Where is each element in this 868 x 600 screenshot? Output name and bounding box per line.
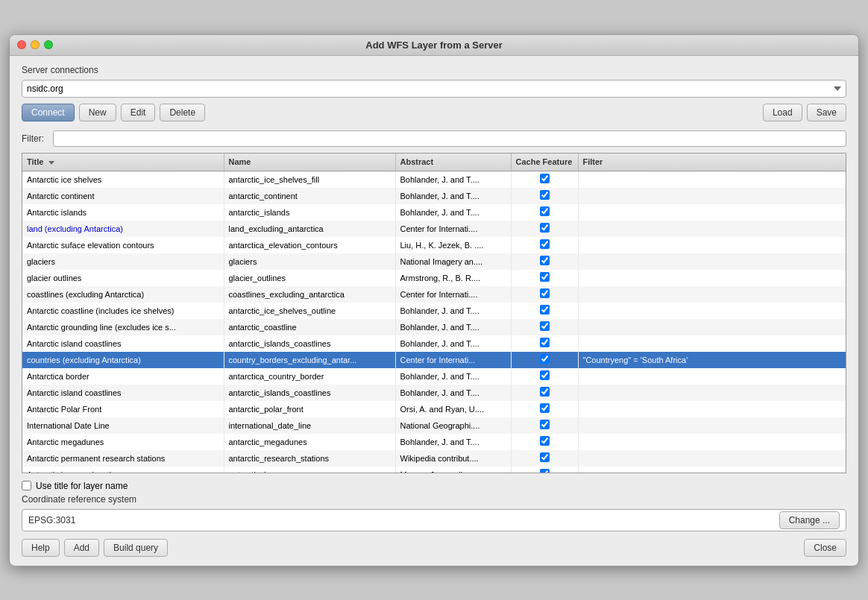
use-title-checkbox[interactable] [22,481,31,490]
cell-cache[interactable] [511,204,578,221]
cell-cache[interactable] [511,253,578,270]
cell-abstract: Center for Internati... [395,352,511,368]
table-row[interactable]: Antarctica borderantarctica_country_bord… [22,368,846,385]
col-abstract[interactable]: Abstract [395,154,511,171]
cache-checkbox[interactable] [540,354,550,364]
cell-cache[interactable] [511,303,578,319]
table-row[interactable]: Antarctic continentantarctic_continentBo… [22,188,846,204]
cache-checkbox[interactable] [540,239,550,249]
table-row[interactable]: glaciersglaciersNational Imagery an.... [22,253,846,270]
table-row[interactable]: Antarctic grounding line (excludes ice s… [22,319,846,335]
cell-cache[interactable] [511,188,578,204]
cell-title: Antarctic coastline (includes ice shelve… [22,303,224,319]
save-button[interactable]: Save [807,104,846,121]
cell-filter [578,335,846,352]
table-row[interactable]: International Date Lineinternational_dat… [22,417,846,434]
cache-checkbox[interactable] [540,305,550,315]
cache-checkbox[interactable] [540,469,550,473]
table-row[interactable]: Antarctic ice core locationsantarctic_ic… [22,467,846,473]
table-row[interactable]: countries (excluding Antarctica)country_… [22,352,846,368]
button-row: Connect New Edit Delete Load Save [22,104,846,121]
cell-name: antarctica_elevation_contours [224,237,395,253]
table-row[interactable]: Antarctic coastline (includes ice shelve… [22,303,846,319]
cache-checkbox[interactable] [540,403,550,413]
server-connections-label: Server connections [22,65,846,75]
edit-button[interactable]: Edit [121,104,156,121]
table-body: Antarctic ice shelvesantarctic_ice_shelv… [22,171,846,473]
table-row[interactable]: coastlines (excluding Antarctica)coastli… [22,286,846,303]
cell-cache[interactable] [511,171,578,188]
cell-cache[interactable] [511,401,578,417]
cell-cache[interactable] [511,434,578,450]
cell-name: antarctica_country_border [224,368,395,385]
cache-checkbox[interactable] [540,436,550,446]
cache-checkbox[interactable] [540,272,550,282]
table-row[interactable]: land (excluding Antarctica)land_excludin… [22,221,846,237]
cell-name: antarctic_islands [224,204,395,221]
delete-button[interactable]: Delete [160,104,205,121]
maximize-traffic-light[interactable] [44,40,53,49]
new-button[interactable]: New [79,104,116,121]
help-button[interactable]: Help [22,539,60,557]
server-select[interactable]: nsidc.org [22,80,846,98]
cell-cache[interactable] [511,286,578,303]
close-button[interactable]: Close [804,539,846,557]
cache-checkbox[interactable] [540,288,550,298]
cache-checkbox[interactable] [540,174,550,183]
minimize-traffic-light[interactable] [31,40,40,49]
load-button[interactable]: Load [763,104,802,121]
cache-checkbox[interactable] [540,420,550,429]
cache-checkbox[interactable] [540,370,550,380]
cell-filter [578,434,846,450]
cell-title: glaciers [22,253,224,270]
cell-title: Antarctic island coastlines [22,335,224,352]
cell-title: Antarctic ice core locations [22,467,224,473]
cache-checkbox[interactable] [540,206,550,216]
cell-cache[interactable] [511,270,578,286]
col-title[interactable]: Title [22,154,224,171]
close-traffic-light[interactable] [17,40,26,49]
cache-checkbox[interactable] [540,223,550,233]
table-row[interactable]: Antarctic island coastlinesantarctic_isl… [22,385,846,401]
crs-value: EPSG:3031 [28,515,775,525]
cell-cache[interactable] [511,385,578,401]
filter-input[interactable] [53,130,846,147]
table-row[interactable]: Antarctic megadunesantarctic_megadunesBo… [22,434,846,450]
add-button[interactable]: Add [64,539,99,557]
cell-cache[interactable] [511,221,578,237]
cell-abstract: Bohlander, J. and T.... [395,171,511,188]
layer-table-container[interactable]: Title Name Abstract Cache Feature [22,153,846,473]
cell-name: land_excluding_antarctica [224,221,395,237]
col-name[interactable]: Name [224,154,395,171]
connect-button[interactable]: Connect [22,104,75,121]
change-button[interactable]: Change ... [779,511,840,529]
build-query-button[interactable]: Build query [104,539,168,557]
cell-cache[interactable] [511,352,578,368]
table-row[interactable]: glacier outlinesglacier_outlinesArmstron… [22,270,846,286]
cell-abstract: Center for Internati.... [395,221,511,237]
table-row[interactable]: Antarctic suface elevation contoursantar… [22,237,846,253]
cache-checkbox[interactable] [540,338,550,347]
cell-cache[interactable] [511,368,578,385]
table-row[interactable]: Antarctic ice shelvesantarctic_ice_shelv… [22,171,846,188]
table-row[interactable]: Antarctic islandsantarctic_islandsBohlan… [22,204,846,221]
cache-checkbox[interactable] [540,387,550,397]
cache-checkbox[interactable] [540,256,550,265]
col-cache[interactable]: Cache Feature [511,154,578,171]
cache-checkbox[interactable] [540,190,550,200]
filter-label: Filter: [22,133,48,144]
table-row[interactable]: Antarctic Polar Frontantarctic_polar_fro… [22,401,846,417]
cell-cache[interactable] [511,417,578,434]
cell-cache[interactable] [511,467,578,473]
table-row[interactable]: Antarctic permanent research stationsant… [22,450,846,467]
cell-cache[interactable] [511,319,578,335]
cache-checkbox[interactable] [540,321,550,331]
col-filter[interactable]: Filter [578,154,846,171]
cache-checkbox[interactable] [540,452,550,462]
table-row[interactable]: Antarctic island coastlinesantarctic_isl… [22,335,846,352]
cell-name: antarctic_ice_cores [224,467,395,473]
cell-cache[interactable] [511,450,578,467]
cell-filter [578,204,846,221]
cell-cache[interactable] [511,335,578,352]
cell-cache[interactable] [511,237,578,253]
